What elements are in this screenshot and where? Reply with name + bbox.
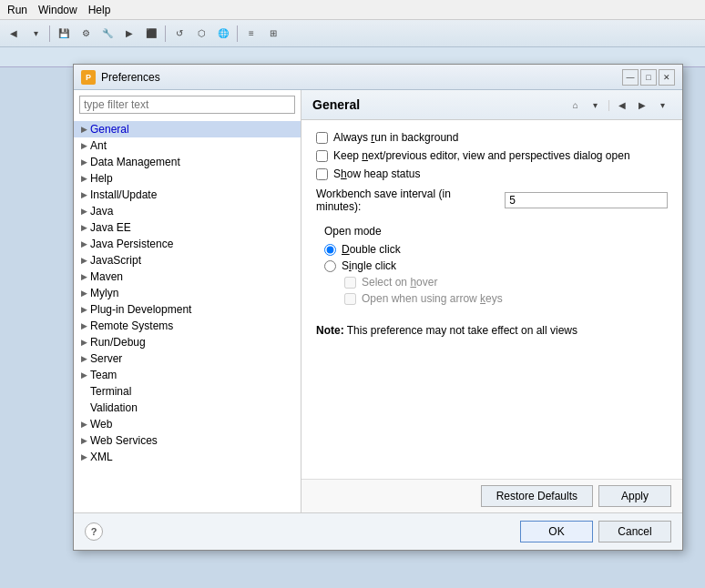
- right-header-nav: ⌂ ▾ | ◀ ▶ ▾: [567, 96, 671, 114]
- cancel-btn[interactable]: Cancel: [598, 521, 671, 542]
- tree-label-java-persistence: Java Persistence: [90, 238, 173, 250]
- tree-item-install-update[interactable]: ▶Install/Update: [74, 187, 301, 203]
- tree-arrow-web-services: ▶: [77, 434, 90, 447]
- tree-label-remote-systems: Remote Systems: [90, 319, 173, 332]
- dialog-titlebar-buttons: — □ ✕: [622, 69, 675, 86]
- tree-label-java: Java: [90, 205, 113, 218]
- dialog-close-btn[interactable]: ✕: [659, 69, 675, 86]
- nav-back-btn[interactable]: ◀: [613, 96, 631, 114]
- toolbar-btn-8[interactable]: 🌐: [213, 24, 233, 44]
- right-footer-buttons: Restore Defaults Apply: [301, 479, 682, 512]
- tree-item-xml[interactable]: ▶XML: [74, 449, 301, 465]
- menu-help[interactable]: Help: [88, 4, 111, 16]
- tree-arrow-xml: ▶: [77, 451, 90, 463]
- tree-label-general: General: [90, 123, 129, 136]
- nav-home-btn[interactable]: ⌂: [567, 96, 585, 114]
- tree-arrow-java-persistence: ▶: [77, 238, 90, 250]
- radio-single-click-row: Single click: [324, 259, 667, 272]
- tree-item-help[interactable]: ▶Help: [74, 170, 301, 187]
- toolbar-btn-2[interactable]: ⚙: [76, 24, 96, 44]
- tree-item-ant[interactable]: ▶Ant: [74, 137, 301, 154]
- tree-arrow-javascript: ▶: [77, 254, 90, 267]
- tree-item-remote-systems[interactable]: ▶Remote Systems: [74, 318, 301, 334]
- tree-item-team[interactable]: ▶Team: [74, 367, 301, 383]
- open-arrow-row: Open when using arrow keys: [344, 292, 667, 305]
- double-click-radio[interactable]: [324, 244, 336, 256]
- tree-item-java-persistence[interactable]: ▶Java Persistence: [74, 236, 301, 252]
- open-mode-title: Open mode: [324, 225, 667, 238]
- dialog-maximize-btn[interactable]: □: [640, 69, 657, 86]
- toolbar-save-btn[interactable]: 💾: [54, 24, 74, 44]
- toolbar-sep-3: [237, 25, 238, 42]
- right-panel-title: General: [312, 97, 360, 112]
- tree-item-terminal[interactable]: Terminal: [74, 383, 301, 400]
- tree-item-server[interactable]: ▶Server: [74, 350, 301, 367]
- ok-btn[interactable]: OK: [520, 521, 593, 542]
- toolbar-btn-5[interactable]: ⬛: [141, 24, 161, 44]
- toolbar-btn-6[interactable]: ↺: [169, 24, 189, 44]
- apply-btn[interactable]: Apply: [598, 485, 671, 507]
- tree-item-java-ee[interactable]: ▶Java EE: [74, 219, 301, 236]
- single-click-radio[interactable]: [324, 260, 336, 272]
- dialog-titlebar: P Preferences — □ ✕: [74, 65, 682, 90]
- tree-item-run-debug[interactable]: ▶Run/Debug: [74, 334, 301, 350]
- tree-item-data-management[interactable]: ▶Data Management: [74, 154, 301, 170]
- dialog-minimize-btn[interactable]: —: [622, 69, 639, 86]
- tree-label-install-update: Install/Update: [90, 188, 157, 201]
- keep-editor-label: Keep next/previous editor, view and pers…: [333, 149, 630, 162]
- help-btn[interactable]: ?: [85, 522, 103, 541]
- tree-item-validation[interactable]: Validation: [74, 400, 301, 416]
- tree-label-xml: XML: [90, 451, 113, 463]
- toolbar-btn-4[interactable]: ▶: [119, 24, 139, 44]
- tree-arrow-mylyn: ▶: [77, 287, 90, 299]
- filter-input[interactable]: [79, 96, 295, 114]
- menu-window[interactable]: Window: [38, 4, 77, 16]
- open-arrow-checkbox[interactable]: [344, 293, 356, 305]
- tree-label-javascript: JavaScript: [90, 254, 141, 267]
- always-background-checkbox[interactable]: [316, 132, 328, 144]
- select-hover-checkbox[interactable]: [344, 277, 356, 289]
- show-heap-label: Show heap status: [333, 167, 420, 180]
- checkbox-keep-editor-row: Keep next/previous editor, view and pers…: [316, 149, 668, 162]
- tree-item-javascript[interactable]: ▶JavaScript: [74, 252, 301, 269]
- show-heap-checkbox[interactable]: [316, 168, 328, 180]
- tree-item-mylyn[interactable]: ▶Mylyn: [74, 285, 301, 301]
- restore-defaults-btn[interactable]: Restore Defaults: [481, 485, 593, 507]
- tree-item-general[interactable]: ▶General: [74, 121, 301, 137]
- tree-arrow-install-update: ▶: [77, 188, 90, 201]
- tree-arrow-general: ▶: [77, 123, 90, 136]
- tree-arrow-help: ▶: [77, 172, 90, 185]
- tree-arrow-remote-systems: ▶: [77, 319, 90, 332]
- nav-menu-btn[interactable]: ▾: [653, 96, 671, 114]
- tree-arrow-plugin-dev: ▶: [77, 303, 90, 316]
- note-text: Note: This preference may not take effec…: [316, 324, 668, 337]
- workbench-save-input[interactable]: [505, 192, 668, 208]
- right-header: General ⌂ ▾ | ◀ ▶ ▾: [301, 90, 682, 120]
- toolbar-btn-3[interactable]: 🔧: [97, 24, 118, 44]
- toolbar-btn-10[interactable]: ⊞: [263, 24, 283, 44]
- tree-label-maven: Maven: [90, 270, 123, 283]
- toolbar-btn-9[interactable]: ≡: [241, 24, 261, 44]
- nav-dropdown-btn[interactable]: ▾: [587, 96, 605, 114]
- toolbar-dropdown-btn[interactable]: ▾: [26, 24, 46, 44]
- nav-forward-btn[interactable]: ▶: [633, 96, 651, 114]
- tree-label-web: Web: [90, 418, 112, 431]
- tree-item-java[interactable]: ▶Java: [74, 203, 301, 219]
- tree-item-web-services[interactable]: ▶Web Services: [74, 432, 301, 449]
- toolbar-btn-7[interactable]: ⬡: [191, 24, 211, 44]
- workbench-save-row: Workbench save interval (in minutes):: [316, 188, 668, 213]
- left-panel: ▶General▶Ant▶Data Management▶Help▶Instal…: [74, 90, 301, 512]
- tree-arrow-java-ee: ▶: [77, 221, 90, 234]
- toolbar-sep-2: [165, 25, 166, 42]
- tree-label-help: Help: [90, 172, 113, 185]
- tree-item-plugin-dev[interactable]: ▶Plug-in Development: [74, 301, 301, 318]
- right-panel: General ⌂ ▾ | ◀ ▶ ▾ Always run in backgr…: [301, 90, 682, 512]
- tree-label-plugin-dev: Plug-in Development: [90, 303, 191, 316]
- toolbar-back-btn[interactable]: ◀: [4, 24, 24, 44]
- sub-options: Select on hover Open when using arrow ke…: [324, 276, 667, 305]
- keep-editor-checkbox[interactable]: [316, 150, 328, 162]
- single-click-label: Single click: [342, 259, 396, 272]
- menu-run[interactable]: Run: [7, 4, 27, 16]
- tree-item-web[interactable]: ▶Web: [74, 416, 301, 432]
- tree-item-maven[interactable]: ▶Maven: [74, 269, 301, 285]
